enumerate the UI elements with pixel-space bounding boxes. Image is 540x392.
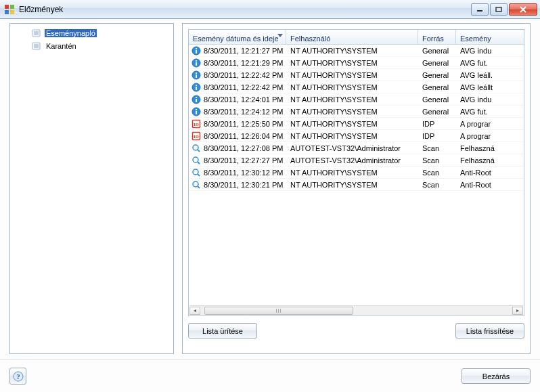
svg-rect-22 xyxy=(196,72,197,74)
panel-button-row: Lista ürítése Lista frissítése xyxy=(188,323,524,339)
info-icon xyxy=(192,58,202,68)
titlebar: Előzmények xyxy=(0,0,540,19)
cell-source: General xyxy=(418,71,456,79)
info-icon xyxy=(192,95,202,104)
search-icon xyxy=(192,168,202,177)
cell-date: 8/30/2011, 12:30:12 PM xyxy=(189,168,286,177)
page-icon xyxy=(32,28,43,38)
cell-date-text: 8/30/2011, 12:24:01 PM xyxy=(204,95,283,104)
svg-line-43 xyxy=(198,186,200,188)
events-panel: Esemény dátuma és ideje Felhasználó Forr… xyxy=(182,23,531,354)
cell-source: General xyxy=(418,47,456,55)
body-area: EseménynaplóKarantén Esemény dátuma és i… xyxy=(9,23,531,354)
cell-source: IDP xyxy=(418,120,456,128)
tree-item[interactable]: Eseménynapló xyxy=(13,27,171,39)
maximize-button[interactable] xyxy=(490,3,508,16)
client-area: EseménynaplóKarantén Esemény dátuma és i… xyxy=(0,19,540,392)
cell-date-text: 8/30/2011, 12:27:08 PM xyxy=(204,144,283,152)
table-row[interactable]: 8/30/2011, 12:24:12 PMNT AUTHORITY\SYSTE… xyxy=(189,106,524,118)
table-row[interactable]: 8/30/2011, 12:24:01 PMNT AUTHORITY\SYSTE… xyxy=(189,93,524,106)
cell-source: General xyxy=(418,83,456,91)
svg-rect-28 xyxy=(196,97,197,98)
scroll-right-button[interactable]: ▸ xyxy=(512,307,523,315)
cell-date-text: 8/30/2011, 12:21:29 PM xyxy=(204,59,283,67)
cell-source: Scan xyxy=(418,181,456,189)
cell-event: A prograr xyxy=(456,120,503,128)
cell-user: NT AUTHORITY\SYSTEM xyxy=(286,181,418,189)
column-header-user-label: Felhasználó xyxy=(290,35,330,43)
tree-item-label: Karantén xyxy=(45,42,78,50)
svg-rect-0 xyxy=(5,5,9,9)
idp-icon: ID xyxy=(192,131,202,141)
column-header-user[interactable]: Felhasználó xyxy=(286,30,418,44)
close-button[interactable]: Bezárás xyxy=(462,368,531,384)
table-row[interactable]: 8/30/2011, 12:27:08 PMAUTOTEST-VST32\Adm… xyxy=(189,142,524,154)
minimize-button[interactable] xyxy=(471,3,489,16)
close-window-button[interactable] xyxy=(509,3,537,16)
table-row[interactable]: 8/30/2011, 12:21:29 PMNT AUTHORITY\SYSTE… xyxy=(189,57,524,69)
svg-point-36 xyxy=(193,145,198,150)
cell-user: NT AUTHORITY\SYSTEM xyxy=(286,95,418,104)
grid-body: 8/30/2011, 12:21:27 PMNT AUTHORITY\SYSTE… xyxy=(189,45,524,305)
cell-event: AVG fut. xyxy=(456,108,503,116)
scroll-track[interactable] xyxy=(200,307,512,315)
svg-rect-3 xyxy=(10,10,14,14)
scroll-thumb[interactable] xyxy=(204,307,353,315)
cell-event: AVG indu xyxy=(456,95,503,104)
idp-icon: ID xyxy=(192,119,202,129)
cell-date: 8/30/2011, 12:21:27 PM xyxy=(189,46,286,56)
cell-date-text: 8/30/2011, 12:27:27 PM xyxy=(204,156,283,165)
svg-rect-18 xyxy=(196,62,197,66)
svg-line-39 xyxy=(198,162,200,164)
cell-source: Scan xyxy=(418,169,456,177)
refresh-list-button[interactable]: Lista frissítése xyxy=(455,323,524,339)
cell-event: AVG indu xyxy=(456,47,503,55)
cell-date-text: 8/30/2011, 12:22:42 PM xyxy=(204,83,283,91)
cell-date: 8/30/2011, 12:30:21 PM xyxy=(189,180,286,190)
column-header-date[interactable]: Esemény dátuma és ideje xyxy=(189,30,286,44)
scroll-left-button[interactable]: ◂ xyxy=(189,307,200,315)
table-row[interactable]: 8/30/2011, 12:22:42 PMNT AUTHORITY\SYSTE… xyxy=(189,69,524,81)
svg-rect-21 xyxy=(196,74,197,78)
table-row[interactable]: 8/30/2011, 12:27:27 PMAUTOTEST-VST32\Adm… xyxy=(189,154,524,167)
table-row[interactable]: ID8/30/2011, 12:26:04 PMNT AUTHORITY\SYS… xyxy=(189,130,524,142)
cell-date-text: 8/30/2011, 12:25:50 PM xyxy=(204,120,283,128)
cell-date-text: 8/30/2011, 12:30:12 PM xyxy=(204,169,283,177)
cell-source: Scan xyxy=(418,144,456,152)
table-row[interactable]: 8/30/2011, 12:30:21 PMNT AUTHORITY\SYSTE… xyxy=(189,179,524,191)
cell-date-text: 8/30/2011, 12:26:04 PM xyxy=(204,132,283,140)
svg-rect-2 xyxy=(5,10,9,14)
svg-rect-4 xyxy=(477,10,482,12)
events-grid: Esemény dátuma és ideje Felhasználó Forr… xyxy=(188,29,524,316)
column-header-source[interactable]: Forrás xyxy=(418,30,456,44)
svg-text:?: ? xyxy=(16,372,20,380)
table-row[interactable]: ID8/30/2011, 12:25:50 PMNT AUTHORITY\SYS… xyxy=(189,118,524,130)
tree-item-label: Eseménynapló xyxy=(45,29,97,37)
table-row[interactable]: 8/30/2011, 12:21:27 PMNT AUTHORITY\SYSTE… xyxy=(189,45,524,57)
cell-date: 8/30/2011, 12:24:01 PM xyxy=(189,95,286,104)
column-header-source-label: Forrás xyxy=(422,35,444,43)
cell-source: General xyxy=(418,108,456,116)
column-header-event[interactable]: Esemény xyxy=(456,30,503,44)
clear-list-button[interactable]: Lista ürítése xyxy=(188,323,257,339)
table-row[interactable]: 8/30/2011, 12:22:42 PMNT AUTHORITY\SYSTE… xyxy=(189,81,524,93)
horizontal-scrollbar[interactable]: ◂ ▸ xyxy=(189,305,523,315)
cell-date-text: 8/30/2011, 12:30:21 PM xyxy=(204,181,283,189)
cell-user: NT AUTHORITY\SYSTEM xyxy=(286,169,418,177)
tree-item[interactable]: Karantén xyxy=(13,40,171,52)
svg-rect-30 xyxy=(196,111,197,114)
cell-event: Anti-Root xyxy=(456,181,503,189)
cell-date: ID8/30/2011, 12:26:04 PM xyxy=(189,131,286,141)
cell-date: 8/30/2011, 12:27:27 PM xyxy=(189,156,286,165)
search-icon xyxy=(192,144,202,153)
svg-rect-27 xyxy=(196,99,197,102)
svg-text:ID: ID xyxy=(194,134,199,139)
cell-user: NT AUTHORITY\SYSTEM xyxy=(286,83,418,91)
svg-rect-25 xyxy=(196,85,197,86)
help-button[interactable]: ? xyxy=(9,368,26,385)
info-icon xyxy=(192,70,202,80)
svg-rect-24 xyxy=(196,87,197,90)
table-row[interactable]: 8/30/2011, 12:30:12 PMNT AUTHORITY\SYSTE… xyxy=(189,167,524,179)
svg-point-38 xyxy=(193,157,198,162)
svg-point-40 xyxy=(193,169,198,175)
